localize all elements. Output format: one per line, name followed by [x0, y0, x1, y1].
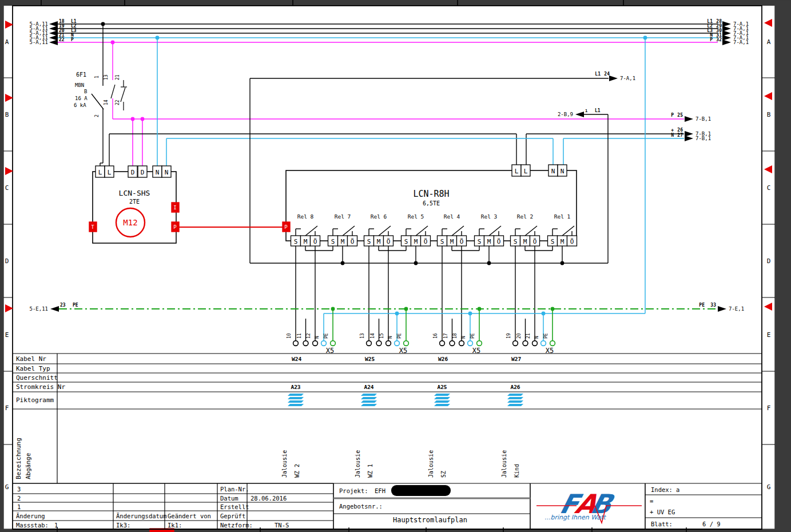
relay-terminal-letter: Ö	[533, 238, 537, 245]
junction-dot	[561, 261, 565, 265]
x5-wire-no: 12	[306, 333, 311, 339]
motor-label: M12	[123, 218, 137, 227]
change-date-label: Änderungsdatum	[116, 513, 167, 519]
relay-label: Rel 8	[297, 213, 314, 220]
arrow-right	[722, 30, 731, 36]
relay-label: Rel 3	[481, 213, 498, 220]
revision-row-3: 3	[17, 486, 21, 493]
label: L1	[595, 72, 601, 77]
x5-wire-no: 13	[360, 333, 365, 339]
sheet-value: 6 / 9	[702, 521, 721, 527]
jalousie-icon	[361, 400, 377, 403]
junction-dot	[478, 307, 482, 311]
table-row-label: Querschnitt	[16, 374, 58, 382]
date-label: Datum	[220, 495, 239, 502]
pole-no: 21	[115, 74, 120, 80]
terminal-circle	[532, 341, 538, 346]
arrow-right	[722, 35, 731, 41]
arrow-left	[49, 26, 58, 31]
relay-label: Rel 6	[371, 213, 387, 220]
row-letter-left: A	[5, 38, 9, 46]
label: 24	[604, 72, 610, 77]
checked-label: Geprüft	[220, 513, 245, 519]
row-letter-right: D	[767, 257, 771, 265]
link-dest: 7-E,1	[729, 306, 744, 312]
pole-no: 2	[94, 114, 100, 117]
jalousie-icon	[361, 394, 377, 396]
terminal-circle	[513, 341, 518, 346]
port-letter: I	[173, 205, 176, 211]
x5-wire-no: 11	[297, 333, 302, 339]
arrow-left	[49, 30, 58, 36]
jalousie-icon	[361, 397, 377, 399]
junction-dot	[414, 261, 418, 265]
red-marker-left	[5, 167, 13, 175]
arrow-right	[685, 116, 693, 122]
bus-wire-name: P	[710, 37, 713, 42]
logo-slogan: ...bringt Ihnen Watt	[544, 514, 606, 521]
relay-terminal-letter: S	[331, 238, 335, 245]
index-label: Index:	[651, 487, 673, 493]
terminal-letter: N	[156, 169, 160, 176]
row-letter-left: G	[5, 483, 9, 491]
ik1-label: Ik1:	[168, 522, 182, 529]
label: N	[671, 133, 674, 138]
label: 33	[710, 303, 716, 308]
breaker-curve: B	[84, 89, 87, 94]
designation-text: Jalousie	[355, 450, 361, 478]
module-title: LCN-R8H	[413, 189, 449, 199]
arrow-left	[49, 35, 58, 41]
jalousie-icon	[507, 400, 523, 403]
revision-row-1: 1	[17, 504, 21, 510]
row-letter-right: E	[767, 331, 771, 339]
left-band	[0, 0, 3, 532]
relay-terminal-letter: Ö	[460, 238, 464, 245]
label: L1	[595, 108, 601, 113]
junction-dot	[542, 312, 546, 316]
doc-title: Hauptstromlaufplan	[393, 517, 467, 523]
terminal-circle	[321, 341, 327, 346]
designation-header: Bezeichnung	[15, 438, 22, 479]
x5-wire-no: N	[315, 336, 320, 339]
relay-terminal-letter: S	[367, 238, 371, 245]
arrow-right	[685, 131, 693, 137]
breaker-capacity: 6 kA	[74, 102, 86, 108]
relay-terminal-letter: S	[514, 238, 518, 245]
row-letter-right: A	[767, 38, 771, 46]
junction-dot	[341, 261, 345, 265]
circuit-no: A26	[510, 384, 520, 390]
arrow-right	[722, 39, 731, 45]
index-value: a	[676, 487, 679, 493]
project-label: Projekt:	[339, 488, 368, 494]
pole-no: 14	[104, 100, 109, 105]
relay-terminal-letter: S	[440, 238, 444, 245]
x5-wire-no: 15	[379, 333, 384, 339]
red-marker-left	[5, 304, 13, 312]
designation-text: Jalousie	[501, 450, 507, 478]
link-dest: 7-B,1	[695, 136, 711, 141]
circuit-no: A23	[291, 384, 300, 390]
arrow-left	[49, 21, 58, 27]
terminal-circle	[376, 341, 381, 346]
sheet-label: Blatt:	[651, 521, 673, 527]
x5-wire-no: PE	[470, 333, 475, 339]
relay-terminal-letter: Ö	[351, 238, 355, 245]
module-size: 6,5TE	[423, 200, 440, 207]
arrow-right	[609, 76, 618, 81]
junction-dot	[487, 261, 491, 265]
relay-terminal-letter: S	[551, 238, 555, 245]
arrow-left	[575, 112, 584, 117]
row-letter-left: C	[5, 184, 9, 192]
designation-text: WZ 1	[367, 464, 373, 478]
wire	[92, 94, 104, 109]
drawing-frame	[13, 6, 762, 529]
scale-value: 1	[54, 522, 58, 529]
row-letter-left: B	[5, 111, 9, 118]
breaker-tag: 6F1	[76, 72, 86, 78]
jalousie-icon	[288, 404, 304, 406]
jalousie-icon	[288, 397, 304, 399]
terminal-circle	[459, 341, 464, 346]
circuit-no: A25	[437, 384, 447, 390]
changed-by-label: Geändert von	[168, 513, 211, 519]
scale-label: Massstab:	[16, 522, 49, 529]
